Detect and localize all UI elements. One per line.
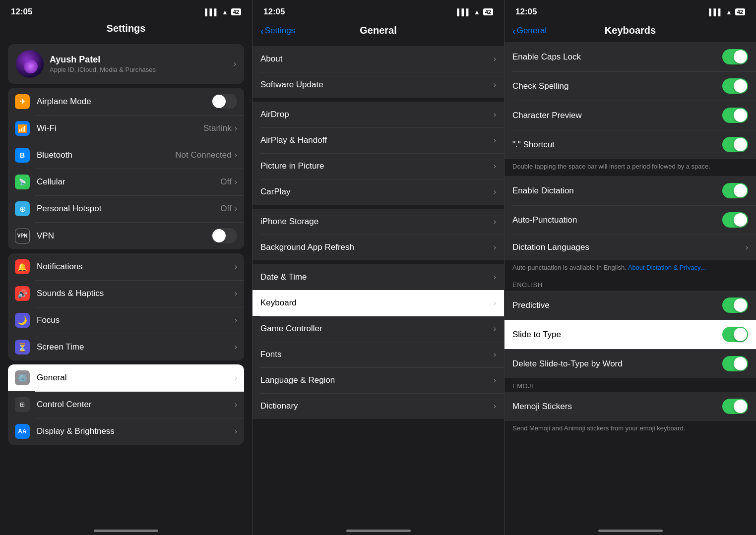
delete-slide-toggle[interactable] bbox=[722, 356, 748, 371]
airplane-toggle[interactable] bbox=[211, 94, 237, 109]
status-icons-1: ▌▌▌ ▲ 42 bbox=[205, 8, 241, 16]
dictionary-chevron: › bbox=[494, 402, 496, 411]
enable-dictation-label: Enable Dictation bbox=[512, 186, 722, 196]
software-update-row[interactable]: Software Update › bbox=[252, 72, 504, 98]
battery-icon-2: 42 bbox=[483, 8, 493, 15]
vpn-row[interactable]: VPN VPN bbox=[8, 222, 244, 249]
char-preview-toggle[interactable] bbox=[722, 108, 748, 123]
iphone-storage-label: iPhone Storage bbox=[260, 217, 494, 227]
enable-dictation-row[interactable]: Enable Dictation bbox=[504, 176, 756, 205]
sounds-chevron: › bbox=[235, 289, 237, 298]
sounds-row[interactable]: 🔊 Sounds & Haptics › bbox=[8, 280, 244, 307]
language-region-row[interactable]: Language & Region › bbox=[252, 367, 504, 393]
slide-to-type-toggle[interactable] bbox=[722, 327, 748, 342]
delete-slide-row[interactable]: Delete Slide-to-Type by Word bbox=[504, 349, 756, 378]
predictive-row[interactable]: Predictive bbox=[504, 291, 756, 320]
screentime-row[interactable]: ⏳ Screen Time › bbox=[8, 334, 244, 360]
general-scroll[interactable]: About › Software Update › AirDrop › AirP… bbox=[252, 42, 504, 523]
airdrop-group: AirDrop › AirPlay & Handoff › Picture in… bbox=[252, 102, 504, 205]
keyboard-group: Date & Time › Keyboard › Game Controller… bbox=[252, 264, 504, 419]
wifi-value: Starlink bbox=[203, 123, 232, 133]
iphone-storage-row[interactable]: iPhone Storage › bbox=[252, 209, 504, 235]
date-time-row[interactable]: Date & Time › bbox=[252, 264, 504, 290]
signal-icon: ▌▌▌ bbox=[205, 8, 219, 16]
control-center-row[interactable]: ⊞ Control Center › bbox=[8, 391, 244, 418]
period-shortcut-row[interactable]: "." Shortcut bbox=[504, 130, 756, 159]
dictionary-row[interactable]: Dictionary › bbox=[252, 393, 504, 419]
period-shortcut-toggle[interactable] bbox=[722, 137, 748, 152]
slide-to-type-row[interactable]: Slide to Type bbox=[504, 320, 756, 349]
bluetooth-row[interactable]: B Bluetooth Not Connected › bbox=[8, 142, 244, 169]
date-time-label: Date & Time bbox=[260, 272, 494, 282]
memoji-stickers-row[interactable]: Memoji Stickers bbox=[504, 392, 756, 421]
page-title-3: Keyboards bbox=[605, 25, 656, 36]
memoji-stickers-toggle[interactable] bbox=[722, 399, 748, 414]
cellular-value: Off bbox=[220, 177, 231, 187]
control-center-label: Control Center bbox=[37, 400, 235, 410]
dictation-languages-row[interactable]: Dictation Languages › bbox=[504, 235, 756, 260]
game-controller-row[interactable]: Game Controller › bbox=[252, 316, 504, 342]
general-group: ⚙️ General › ⊞ Control Center › AA Displ… bbox=[8, 364, 244, 445]
char-preview-row[interactable]: Character Preview bbox=[504, 101, 756, 130]
caps-lock-toggle[interactable] bbox=[722, 49, 748, 64]
airplay-label: AirPlay & Handoff bbox=[260, 135, 494, 145]
wifi-row[interactable]: 📶 Wi-Fi Starlink › bbox=[8, 115, 244, 142]
focus-row[interactable]: 🌙 Focus › bbox=[8, 307, 244, 334]
settings-scroll[interactable]: Ayush Patel Apple ID, iCloud, Media & Pu… bbox=[0, 40, 252, 523]
keyboard-row[interactable]: Keyboard › bbox=[252, 290, 504, 316]
period-footnote: Double tapping the space bar will insert… bbox=[504, 159, 756, 176]
focus-chevron: › bbox=[235, 316, 237, 325]
screentime-chevron: › bbox=[235, 343, 237, 352]
auto-punctuation-toggle[interactable] bbox=[722, 212, 748, 228]
back-button-2[interactable]: ‹ Settings bbox=[260, 26, 295, 36]
user-profile-row[interactable]: Ayush Patel Apple ID, iCloud, Media & Pu… bbox=[8, 44, 244, 84]
fonts-row[interactable]: Fonts › bbox=[252, 342, 504, 367]
caps-lock-row[interactable]: Enable Caps Lock bbox=[504, 42, 756, 71]
vpn-icon: VPN bbox=[15, 229, 30, 243]
auto-punctuation-row[interactable]: Auto-Punctuation bbox=[504, 205, 756, 235]
display-row[interactable]: AA Display & Brightness › bbox=[8, 418, 244, 445]
dictation-footnote: Auto-punctuation is available in English… bbox=[504, 260, 756, 277]
language-region-chevron: › bbox=[494, 376, 496, 385]
software-update-chevron: › bbox=[494, 80, 496, 89]
page-title-2: General bbox=[360, 25, 396, 36]
enable-dictation-toggle[interactable] bbox=[722, 183, 748, 198]
sounds-label: Sounds & Haptics bbox=[37, 289, 235, 298]
dictation-group: Enable Dictation Auto-Punctuation Dictat… bbox=[504, 176, 756, 260]
auto-punctuation-label: Auto-Punctuation bbox=[512, 215, 722, 225]
check-spelling-toggle[interactable] bbox=[722, 78, 748, 94]
dictation-privacy-link[interactable]: About Dictation & Privacy… bbox=[628, 264, 707, 271]
control-center-icon: ⊞ bbox=[15, 397, 30, 412]
screentime-label: Screen Time bbox=[37, 342, 235, 352]
focus-icon: 🌙 bbox=[15, 313, 30, 328]
display-chevron: › bbox=[235, 427, 237, 436]
about-row[interactable]: About › bbox=[252, 46, 504, 72]
status-time-3: 12:05 bbox=[515, 7, 537, 17]
date-time-chevron: › bbox=[494, 273, 496, 282]
predictive-toggle[interactable] bbox=[722, 297, 748, 313]
vpn-label: VPN bbox=[37, 231, 211, 241]
general-row[interactable]: ⚙️ General › bbox=[8, 364, 244, 391]
background-app-row[interactable]: Background App Refresh › bbox=[252, 235, 504, 260]
pip-row[interactable]: Picture in Picture › bbox=[252, 153, 504, 179]
airplay-row[interactable]: AirPlay & Handoff › bbox=[252, 127, 504, 153]
general-icon: ⚙️ bbox=[15, 370, 30, 385]
airdrop-row[interactable]: AirDrop › bbox=[252, 102, 504, 127]
cellular-row[interactable]: 📡 Cellular Off › bbox=[8, 169, 244, 195]
carplay-row[interactable]: CarPlay › bbox=[252, 179, 504, 205]
emoji-section-label: EMOJI bbox=[504, 378, 756, 392]
vpn-toggle[interactable] bbox=[211, 228, 237, 243]
notifications-row[interactable]: 🔔 Notifications › bbox=[8, 253, 244, 280]
airplane-mode-row[interactable]: ✈ Airplane Mode bbox=[8, 88, 244, 115]
signal-icon-2: ▌▌▌ bbox=[457, 8, 471, 16]
notifications-icon: 🔔 bbox=[15, 259, 30, 274]
hotspot-row[interactable]: ⊕ Personal Hotspot Off › bbox=[8, 195, 244, 222]
wifi-label: Wi-Fi bbox=[37, 123, 203, 133]
keyboards-scroll[interactable]: Enable Caps Lock Check Spelling Characte… bbox=[504, 42, 756, 523]
dictation-languages-label: Dictation Languages bbox=[512, 242, 746, 252]
check-spelling-row[interactable]: Check Spelling bbox=[504, 71, 756, 101]
background-app-chevron: › bbox=[494, 243, 496, 252]
back-chevron-2: ‹ bbox=[260, 26, 264, 36]
back-button-3[interactable]: ‹ General bbox=[512, 26, 547, 36]
fonts-chevron: › bbox=[494, 350, 496, 359]
